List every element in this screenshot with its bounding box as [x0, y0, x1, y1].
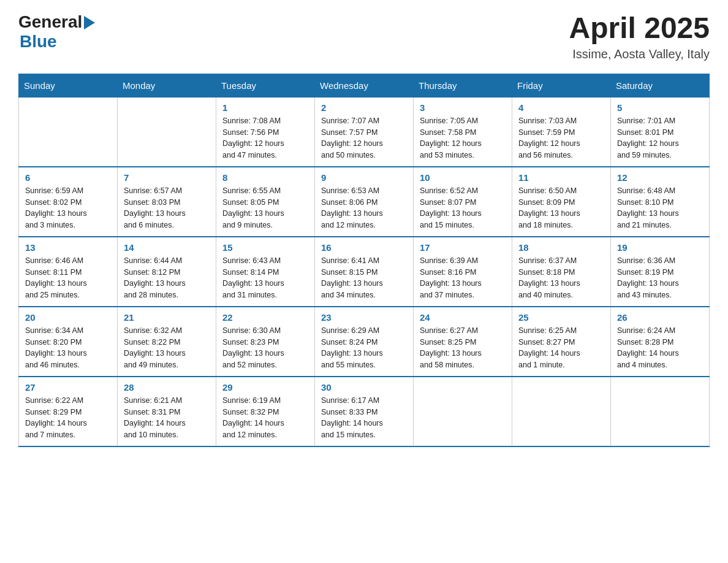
calendar-cell — [512, 377, 611, 446]
logo: General Blue — [18, 12, 95, 52]
calendar-cell: 6Sunrise: 6:59 AM Sunset: 8:02 PM Daylig… — [19, 167, 118, 237]
day-number: 17 — [420, 242, 506, 253]
calendar-cell: 7Sunrise: 6:57 AM Sunset: 8:03 PM Daylig… — [118, 167, 216, 237]
title-block: April 2025 Issime, Aosta Valley, Italy — [569, 12, 710, 61]
calendar-week-2: 6Sunrise: 6:59 AM Sunset: 8:02 PM Daylig… — [19, 167, 710, 237]
day-number: 9 — [321, 172, 407, 183]
day-info: Sunrise: 6:46 AM Sunset: 8:11 PM Dayligh… — [25, 255, 111, 301]
calendar-cell: 19Sunrise: 6:36 AM Sunset: 8:19 PM Dayli… — [611, 237, 710, 307]
day-info: Sunrise: 7:01 AM Sunset: 8:01 PM Dayligh… — [617, 115, 703, 161]
calendar-cell: 21Sunrise: 6:32 AM Sunset: 8:22 PM Dayli… — [118, 307, 216, 377]
calendar-week-4: 20Sunrise: 6:34 AM Sunset: 8:20 PM Dayli… — [19, 307, 710, 377]
calendar-cell: 14Sunrise: 6:44 AM Sunset: 8:12 PM Dayli… — [118, 237, 216, 307]
day-info: Sunrise: 6:34 AM Sunset: 8:20 PM Dayligh… — [25, 325, 111, 371]
calendar-cell: 23Sunrise: 6:29 AM Sunset: 8:24 PM Dayli… — [315, 307, 414, 377]
day-number: 8 — [222, 172, 308, 183]
calendar-cell: 1Sunrise: 7:08 AM Sunset: 7:56 PM Daylig… — [216, 97, 315, 167]
calendar-cell: 11Sunrise: 6:50 AM Sunset: 8:09 PM Dayli… — [512, 167, 611, 237]
day-info: Sunrise: 6:32 AM Sunset: 8:22 PM Dayligh… — [124, 325, 210, 371]
day-number: 14 — [124, 242, 210, 253]
day-info: Sunrise: 6:24 AM Sunset: 8:28 PM Dayligh… — [617, 325, 703, 371]
calendar-cell — [414, 377, 512, 446]
calendar-cell: 12Sunrise: 6:48 AM Sunset: 8:10 PM Dayli… — [611, 167, 710, 237]
day-number: 1 — [222, 102, 308, 113]
calendar-cell: 30Sunrise: 6:17 AM Sunset: 8:33 PM Dayli… — [315, 377, 414, 446]
calendar-cell: 20Sunrise: 6:34 AM Sunset: 8:20 PM Dayli… — [19, 307, 118, 377]
day-number: 2 — [321, 102, 407, 113]
calendar-cell: 26Sunrise: 6:24 AM Sunset: 8:28 PM Dayli… — [611, 307, 710, 377]
page-subtitle: Issime, Aosta Valley, Italy — [569, 47, 710, 61]
day-header-sunday: Sunday — [19, 74, 118, 97]
day-number: 10 — [420, 172, 506, 183]
day-header-thursday: Thursday — [414, 74, 512, 97]
page-title: April 2025 — [569, 12, 710, 45]
day-info: Sunrise: 6:39 AM Sunset: 8:16 PM Dayligh… — [420, 255, 506, 301]
day-number: 21 — [124, 312, 210, 323]
day-number: 26 — [617, 312, 703, 323]
calendar-cell: 15Sunrise: 6:43 AM Sunset: 8:14 PM Dayli… — [216, 237, 315, 307]
calendar-cell: 9Sunrise: 6:53 AM Sunset: 8:06 PM Daylig… — [315, 167, 414, 237]
day-number: 22 — [222, 312, 308, 323]
day-number: 19 — [617, 242, 703, 253]
day-header-tuesday: Tuesday — [216, 74, 315, 97]
day-number: 20 — [25, 312, 111, 323]
day-info: Sunrise: 6:48 AM Sunset: 8:10 PM Dayligh… — [617, 185, 703, 231]
day-info: Sunrise: 6:52 AM Sunset: 8:07 PM Dayligh… — [420, 185, 506, 231]
day-info: Sunrise: 6:57 AM Sunset: 8:03 PM Dayligh… — [124, 185, 210, 231]
day-header-saturday: Saturday — [611, 74, 710, 97]
day-info: Sunrise: 6:53 AM Sunset: 8:06 PM Dayligh… — [321, 185, 407, 231]
calendar-cell: 2Sunrise: 7:07 AM Sunset: 7:57 PM Daylig… — [315, 97, 414, 167]
calendar-cell: 27Sunrise: 6:22 AM Sunset: 8:29 PM Dayli… — [19, 377, 118, 446]
day-header-friday: Friday — [512, 74, 611, 97]
day-number: 16 — [321, 242, 407, 253]
day-info: Sunrise: 6:37 AM Sunset: 8:18 PM Dayligh… — [518, 255, 604, 301]
day-number: 25 — [518, 312, 604, 323]
day-info: Sunrise: 6:36 AM Sunset: 8:19 PM Dayligh… — [617, 255, 703, 301]
calendar-cell: 25Sunrise: 6:25 AM Sunset: 8:27 PM Dayli… — [512, 307, 611, 377]
calendar-table: SundayMondayTuesdayWednesdayThursdayFrid… — [18, 74, 710, 447]
day-number: 12 — [617, 172, 703, 183]
calendar-cell — [19, 97, 118, 167]
day-number: 27 — [25, 382, 111, 393]
day-number: 7 — [124, 172, 210, 183]
day-info: Sunrise: 6:59 AM Sunset: 8:02 PM Dayligh… — [25, 185, 111, 231]
day-info: Sunrise: 6:29 AM Sunset: 8:24 PM Dayligh… — [321, 325, 407, 371]
day-info: Sunrise: 6:17 AM Sunset: 8:33 PM Dayligh… — [321, 395, 407, 441]
day-info: Sunrise: 7:05 AM Sunset: 7:58 PM Dayligh… — [420, 115, 506, 161]
calendar-week-3: 13Sunrise: 6:46 AM Sunset: 8:11 PM Dayli… — [19, 237, 710, 307]
day-info: Sunrise: 7:08 AM Sunset: 7:56 PM Dayligh… — [222, 115, 308, 161]
day-number: 15 — [222, 242, 308, 253]
day-number: 11 — [518, 172, 604, 183]
calendar-cell: 17Sunrise: 6:39 AM Sunset: 8:16 PM Dayli… — [414, 237, 512, 307]
svg-marker-0 — [84, 16, 95, 29]
calendar-cell: 28Sunrise: 6:21 AM Sunset: 8:31 PM Dayli… — [118, 377, 216, 446]
calendar-cell: 18Sunrise: 6:37 AM Sunset: 8:18 PM Dayli… — [512, 237, 611, 307]
day-number: 5 — [617, 102, 703, 113]
day-number: 6 — [25, 172, 111, 183]
calendar-cell: 16Sunrise: 6:41 AM Sunset: 8:15 PM Dayli… — [315, 237, 414, 307]
day-number: 18 — [518, 242, 604, 253]
logo-triangle-icon — [84, 16, 95, 32]
day-info: Sunrise: 6:50 AM Sunset: 8:09 PM Dayligh… — [518, 185, 604, 231]
calendar-cell: 8Sunrise: 6:55 AM Sunset: 8:05 PM Daylig… — [216, 167, 315, 237]
day-info: Sunrise: 6:21 AM Sunset: 8:31 PM Dayligh… — [124, 395, 210, 441]
calendar-cell: 24Sunrise: 6:27 AM Sunset: 8:25 PM Dayli… — [414, 307, 512, 377]
calendar-cell: 13Sunrise: 6:46 AM Sunset: 8:11 PM Dayli… — [19, 237, 118, 307]
day-info: Sunrise: 6:44 AM Sunset: 8:12 PM Dayligh… — [124, 255, 210, 301]
page-header: General Blue April 2025 Issime, Aosta Va… — [18, 12, 710, 61]
day-info: Sunrise: 6:43 AM Sunset: 8:14 PM Dayligh… — [222, 255, 308, 301]
logo-general-text: General — [18, 12, 82, 32]
day-number: 28 — [124, 382, 210, 393]
day-number: 30 — [321, 382, 407, 393]
days-of-week-row: SundayMondayTuesdayWednesdayThursdayFrid… — [19, 74, 710, 97]
day-info: Sunrise: 6:25 AM Sunset: 8:27 PM Dayligh… — [518, 325, 604, 371]
calendar-cell: 22Sunrise: 6:30 AM Sunset: 8:23 PM Dayli… — [216, 307, 315, 377]
calendar-cell: 3Sunrise: 7:05 AM Sunset: 7:58 PM Daylig… — [414, 97, 512, 167]
day-header-monday: Monday — [118, 74, 216, 97]
calendar-header: SundayMondayTuesdayWednesdayThursdayFrid… — [19, 74, 710, 97]
day-number: 29 — [222, 382, 308, 393]
calendar-body: 1Sunrise: 7:08 AM Sunset: 7:56 PM Daylig… — [19, 97, 710, 446]
day-info: Sunrise: 6:55 AM Sunset: 8:05 PM Dayligh… — [222, 185, 308, 231]
day-number: 24 — [420, 312, 506, 323]
day-info: Sunrise: 6:41 AM Sunset: 8:15 PM Dayligh… — [321, 255, 407, 301]
